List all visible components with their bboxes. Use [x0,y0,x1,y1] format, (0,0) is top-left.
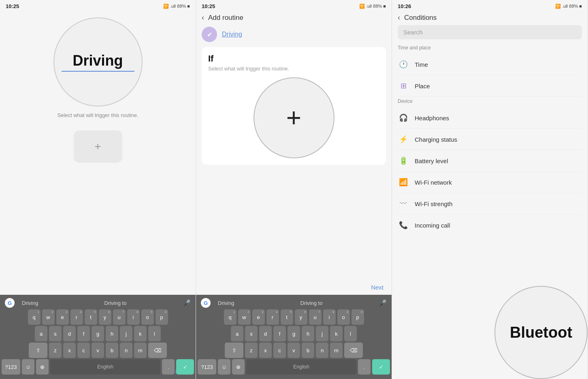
key-m[interactable]: m [134,343,147,358]
key-h[interactable]: h [106,326,118,341]
driving-circle-inner: Driving [62,52,134,72]
keyboard-1: G Driving Driving to 🎤 q1 w2 e3 r4 t5 y6… [0,295,196,379]
key-period[interactable]: . [162,359,175,375]
next-button-2[interactable]: Next [371,284,383,291]
condition-wifi-network[interactable]: 📶 Wi-Fi network [398,172,582,193]
key2-s[interactable]: s [245,326,258,341]
key-space[interactable]: English [50,359,160,375]
key-c[interactable]: c [77,343,90,358]
key2-o[interactable]: o9 [337,309,350,325]
key2-smiley[interactable]: ☺ [218,359,230,375]
key2-e[interactable]: e3 [252,309,265,325]
mic-icon-1[interactable]: 🎤 [183,299,191,307]
key-r[interactable]: r4 [70,309,83,325]
key2-y[interactable]: y6 [295,309,307,325]
key-z[interactable]: z [49,343,62,358]
key-d[interactable]: d [63,326,76,341]
status-bar-2: 10:25 🛜 .ull 88% ■ [196,0,392,11]
key2-l[interactable]: l [344,326,357,341]
key2-z[interactable]: z [245,343,258,358]
key-k[interactable]: k [134,326,147,341]
driving-circle[interactable]: Driving [53,17,143,106]
key-v[interactable]: v [92,343,104,358]
key-s[interactable]: s [49,326,62,341]
key2-backspace[interactable]: ⌫ [344,343,363,358]
key2-u[interactable]: u7 [309,309,322,325]
key-p[interactable]: p0 [156,309,168,325]
key-q[interactable]: q1 [28,309,40,325]
key-num[interactable]: ?123 [2,359,20,375]
back-button-3[interactable]: ‹ [398,13,400,22]
key2-v[interactable]: v [288,343,300,358]
mic-icon-2[interactable]: 🎤 [379,299,387,307]
key2-g[interactable]: g [288,326,300,341]
key2-d[interactable]: d [259,326,272,341]
condition-charging[interactable]: ⚡ Charging status [398,129,582,150]
suggest-driving-to-1[interactable]: Driving to [100,299,183,307]
condition-incoming-call[interactable]: 📞 Incoming call [398,215,582,236]
key-b[interactable]: b [106,343,118,358]
key2-enter[interactable]: ✓ [372,359,390,375]
key2-t[interactable]: t5 [281,309,293,325]
back-button-2[interactable]: ‹ [202,13,204,22]
condition-battery[interactable]: 🔋 Battery level [398,150,582,172]
key-u[interactable]: u7 [113,309,126,325]
key2-globe[interactable]: ⊕ [232,359,245,375]
key2-c[interactable]: c [273,343,286,358]
add-condition-button-2[interactable]: + [254,77,334,158]
key-e[interactable]: e3 [56,309,69,325]
key2-r[interactable]: r4 [266,309,279,325]
key2-num[interactable]: ?123 [198,359,216,375]
key2-space[interactable]: English [246,359,356,375]
key-f[interactable]: f [77,326,90,341]
condition-place[interactable]: ⊞ Place [398,75,582,97]
key2-k[interactable]: k [330,326,343,341]
key-shift[interactable]: ⇧ [29,343,47,358]
kb2-row-2: a s d f g h j k l [198,326,390,341]
time-label: Time [415,61,428,68]
key-w[interactable]: w2 [42,309,55,325]
key2-i[interactable]: i8 [323,309,336,325]
key-enter[interactable]: ✓ [176,359,194,375]
key2-f[interactable]: f [273,326,286,341]
key2-shift[interactable]: ⇧ [225,343,243,358]
key-n[interactable]: n [120,343,132,358]
key2-a[interactable]: a [231,326,243,341]
add-condition-button-1[interactable]: + [74,130,122,163]
suggest-driving-2[interactable]: Driving [214,299,296,307]
key2-w[interactable]: w2 [238,309,251,325]
key2-q[interactable]: q1 [224,309,236,325]
place-icon: ⊞ [398,80,409,92]
key2-j[interactable]: j [316,326,328,341]
search-bar[interactable]: Search [398,25,582,39]
suggest-driving-to-2[interactable]: Driving to [296,299,379,307]
routine-name[interactable]: Driving [222,31,242,38]
condition-wifi-strength[interactable]: 〰 Wi-Fi strength [398,193,582,215]
key-i[interactable]: i8 [127,309,140,325]
condition-headphones[interactable]: 🎧 Headphones [398,107,582,129]
key-x[interactable]: x [63,343,76,358]
key2-h[interactable]: h [302,326,314,341]
key2-b[interactable]: b [302,343,314,358]
bluetooth-zoom-circle: Bluetoot [494,286,588,379]
key-globe[interactable]: ⊕ [36,359,49,375]
key-smiley[interactable]: ☺ [22,359,34,375]
key-o[interactable]: o9 [141,309,154,325]
keyboard-suggestions-2: G Driving Driving to 🎤 [198,297,390,309]
key-j[interactable]: j [120,326,132,341]
key-a[interactable]: a [35,326,47,341]
key-y[interactable]: y6 [99,309,111,325]
key-backspace[interactable]: ⌫ [148,343,167,358]
keyboard-suggestions-1: G Driving Driving to 🎤 [2,297,194,309]
panel2-main: ✔ Driving If Select what will trigger th… [196,25,392,295]
key2-m[interactable]: m [330,343,343,358]
key-g[interactable]: g [92,326,104,341]
key-t[interactable]: t5 [85,309,97,325]
key2-p[interactable]: p0 [352,309,364,325]
condition-time[interactable]: 🕐 Time [398,54,582,75]
key-l[interactable]: l [148,326,161,341]
suggest-driving-1[interactable]: Driving [18,299,100,307]
key2-x[interactable]: x [259,343,272,358]
key2-n[interactable]: n [316,343,328,358]
key2-period[interactable]: . [358,359,371,375]
